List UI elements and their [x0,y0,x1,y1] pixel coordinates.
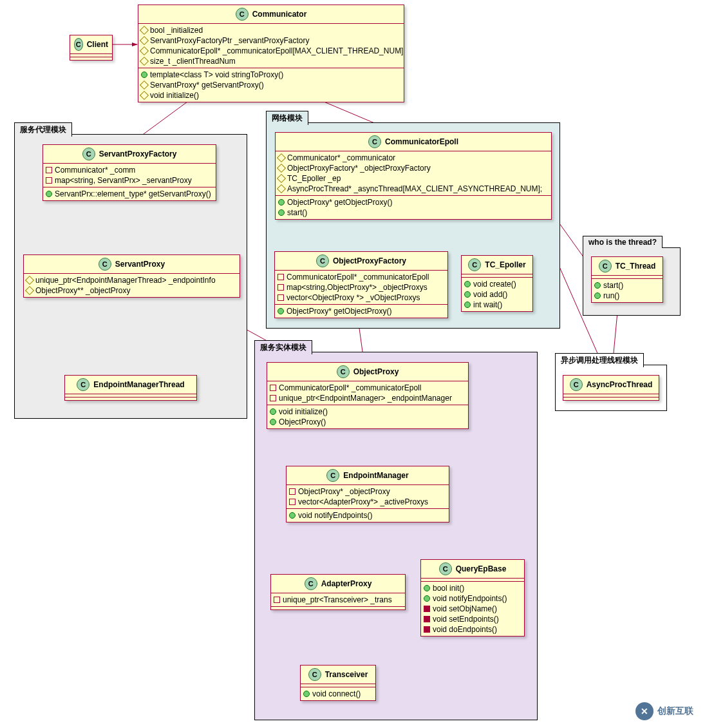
visibility-private-icon [289,499,296,505]
method-row: template<class T> void stringToProxy() [141,70,401,80]
method-row: ServantPrx::element_type* getServantProx… [46,189,213,199]
class-icon: C [368,135,381,148]
method-row: void setEndpoints() [424,614,522,624]
field-row: vector<ObjectProxy *> _vObjectProxys [277,292,445,303]
methods-section: ObjectProxy* getObjectProxy() [275,305,447,318]
class-header: C QueryEpBase [421,560,524,579]
field-row: ObjectProxy** _objectProxy [26,285,237,296]
method-row: void connect() [303,689,373,699]
visibility-package-icon [140,26,149,35]
fields-section: Communicator* _communicator ObjectProxyF… [276,151,551,196]
visibility-public-icon [270,419,276,425]
package-label: 异步调用处理线程模块 [555,353,644,367]
methods-section: start() run() [592,279,663,302]
class-icon: C [308,668,321,681]
class-header: C ObjectProxy [267,363,468,381]
class-icon: C [74,38,83,51]
method-row: void notifyEndpoints() [424,593,522,604]
empty-section [271,607,405,609]
method-row: ObjectProxy* getObjectProxy() [278,197,549,207]
field-row: CommunicatorEpoll* _communicatorEpoll [270,383,465,393]
field-row: unique_ptr<Transceiver> _trans [274,595,402,605]
class-endpoint-manager-thread: C EndpointManagerThread [64,375,197,401]
class-header: C Communicator [138,5,404,24]
class-transceiver: C Transceiver void connect() [300,665,376,701]
field-row: unique_ptr<EndpointManager> _endpointMan… [270,393,465,403]
visibility-public-icon [270,408,276,415]
class-icon: C [337,365,350,378]
class-client: C Client [70,35,113,61]
class-title: EndpointManager [343,471,408,480]
class-icon: C [316,254,329,267]
class-header: C AsyncProcThread [563,376,659,394]
empty-section [563,398,659,400]
visibility-package-icon [277,164,286,173]
methods-section: void notifyEndpoints() [287,509,449,522]
class-query-ep-base: C QueryEpBase bool init() void notifyEnd… [420,559,525,637]
class-title: AdapterProxy [321,579,372,588]
class-communicator: C Communicator bool _initialized Servant… [138,5,404,102]
class-title: QueryEpBase [456,564,507,573]
class-icon: C [326,469,339,482]
fields-section: unique_ptr<EndpointManagerThread> _endpo… [24,274,240,297]
field-row: map<string,ObjectProxy*> _objectProxys [277,282,445,292]
field-row: bool _initialized [141,25,401,35]
class-tc-thread: C TC_Thread start() run() [591,256,663,303]
visibility-public-icon [46,191,52,197]
visibility-package-icon [140,91,149,100]
field-row: vector<AdapterProxy*> _activeProxys [289,497,446,507]
visibility-package-icon [25,276,34,285]
empty-section [65,398,196,400]
visibility-private-icon [46,167,52,173]
methods-section: void create() void add() int wait() [462,278,532,311]
class-object-proxy: C ObjectProxy CommunicatorEpoll* _commun… [267,362,469,429]
empty-section [70,57,112,60]
visibility-private-icon [270,385,276,391]
visibility-package-icon [277,153,286,162]
class-title: AsyncProcThread [587,380,653,389]
fields-section: bool _initialized ServantProxyFactoryPtr… [138,24,404,68]
field-row: Communicator* _comm [46,165,213,175]
class-header: C ServantProxyFactory [43,145,216,164]
method-row: bool init() [424,583,522,593]
visibility-public-icon [464,291,471,298]
class-icon: C [305,577,317,590]
class-title: TC_Thread [616,262,656,271]
class-icon: C [236,8,249,21]
visibility-private-icon [46,177,52,184]
methods-section: bool init() void notifyEndpoints() void … [421,582,524,636]
class-title: CommunicatorEpoll [385,137,458,146]
field-row: unique_ptr<EndpointManagerThread> _endpo… [26,275,237,285]
field-row: AsyncProcThread* _asyncThread[MAX_CLIENT… [278,184,549,194]
visibility-private-icon [277,274,284,280]
field-row: ObjectProxyFactory* _objectProxyFactory [278,163,549,173]
class-header: C EndpointManagerThread [65,376,196,394]
method-row: int wait() [464,300,530,310]
method-row: void notifyEndpoints() [289,510,446,521]
visibility-public-icon [424,595,430,602]
visibility-package-icon [25,286,34,295]
visibility-public-icon [464,302,471,308]
method-row: void initialize() [141,90,401,101]
method-row: void setObjName() [424,604,522,614]
class-header: C CommunicatorEpoll [276,133,551,151]
class-title: Communicator [252,10,307,19]
class-icon: C [82,148,95,160]
method-row: ObjectProxy() [270,417,465,427]
class-object-proxy-factory: C ObjectProxyFactory CommunicatorEpoll* … [274,251,448,318]
visibility-public-icon [424,585,430,591]
visibility-private-icon [424,616,430,622]
field-row: size_t _clientThreadNum [141,56,401,66]
class-tc-epoller: C TC_Epoller void create() void add() in… [461,255,533,312]
visibility-private-icon [289,488,296,495]
method-row: void initialize() [270,407,465,417]
class-servant-proxy-factory: C ServantProxyFactory Communicator* _com… [42,144,216,201]
fields-section: ObjectProxy* _objectProxy vector<Adapter… [287,485,449,509]
watermark-text: 创新互联 [657,705,693,717]
package-label: 服务实体模块 [254,340,312,354]
package-label: 服务代理模块 [14,122,72,137]
class-icon: C [599,260,612,273]
visibility-package-icon [140,36,149,45]
methods-section: ObjectProxy* getObjectProxy() start() [276,196,551,219]
class-servant-proxy: C ServantProxy unique_ptr<EndpointManage… [23,254,240,298]
